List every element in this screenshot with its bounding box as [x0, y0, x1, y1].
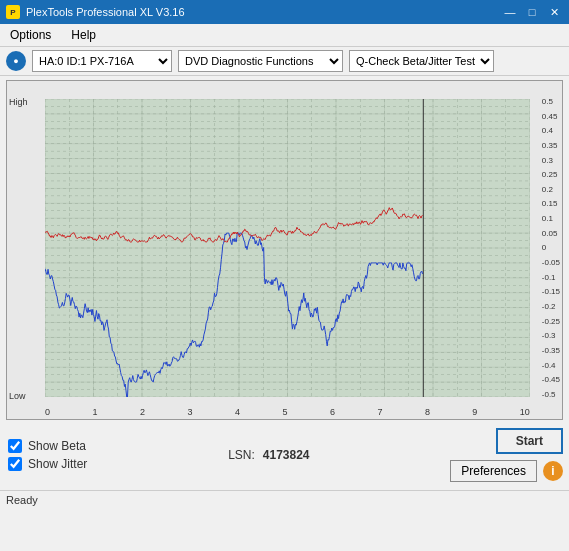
chart-label-low: Low [9, 391, 26, 401]
test-select[interactable]: Q-Check Beta/Jitter Test [349, 50, 494, 72]
chart-label-high: High [9, 97, 28, 107]
toolbar: ● HA:0 ID:1 PX-716A DVD Diagnostic Funct… [0, 47, 569, 76]
right-buttons: Start Preferences i [450, 428, 563, 482]
menu-bar: Options Help [0, 24, 569, 47]
info-button[interactable]: i [543, 461, 563, 481]
title-controls: — □ ✕ [501, 5, 563, 19]
status-bar: Ready [0, 490, 569, 508]
chart-area: High Low 0.5 0.45 0.4 0.35 0.3 0.25 0.2 … [6, 80, 563, 420]
device-icon: ● [6, 51, 26, 71]
checkboxes: Show Beta Show Jitter [8, 439, 87, 471]
show-jitter-checkbox[interactable] [8, 457, 22, 471]
device-select[interactable]: HA:0 ID:1 PX-716A [32, 50, 172, 72]
prefs-row: Preferences i [450, 460, 563, 482]
show-beta-checkbox[interactable] [8, 439, 22, 453]
chart-canvas-container [45, 99, 530, 397]
right-axis: 0.5 0.45 0.4 0.35 0.3 0.25 0.2 0.15 0.1 … [542, 97, 560, 399]
function-select[interactable]: DVD Diagnostic Functions [178, 50, 343, 72]
menu-help[interactable]: Help [65, 26, 102, 44]
show-jitter-label: Show Jitter [28, 457, 87, 471]
lsn-area: LSN: 4173824 [228, 448, 309, 462]
title-bar: P PlexTools Professional XL V3.16 — □ ✕ [0, 0, 569, 24]
show-beta-label: Show Beta [28, 439, 86, 453]
left-section: Show Beta Show Jitter [8, 439, 87, 471]
status-text: Ready [6, 494, 38, 506]
chart-canvas [45, 99, 530, 397]
x-axis-labels: 0 1 2 3 4 5 6 7 8 9 10 [45, 407, 530, 417]
window-title: PlexTools Professional XL V3.16 [26, 6, 185, 18]
minimize-button[interactable]: — [501, 5, 519, 19]
menu-options[interactable]: Options [4, 26, 57, 44]
restore-button[interactable]: □ [523, 5, 541, 19]
app-icon: P [6, 5, 20, 19]
close-button[interactable]: ✕ [545, 5, 563, 19]
lsn-value: 4173824 [263, 448, 310, 462]
lsn-label: LSN: [228, 448, 255, 462]
show-beta-row: Show Beta [8, 439, 87, 453]
show-jitter-row: Show Jitter [8, 457, 87, 471]
bottom-panel: Show Beta Show Jitter LSN: 4173824 Start… [0, 420, 569, 490]
preferences-button[interactable]: Preferences [450, 460, 537, 482]
start-button[interactable]: Start [496, 428, 563, 454]
